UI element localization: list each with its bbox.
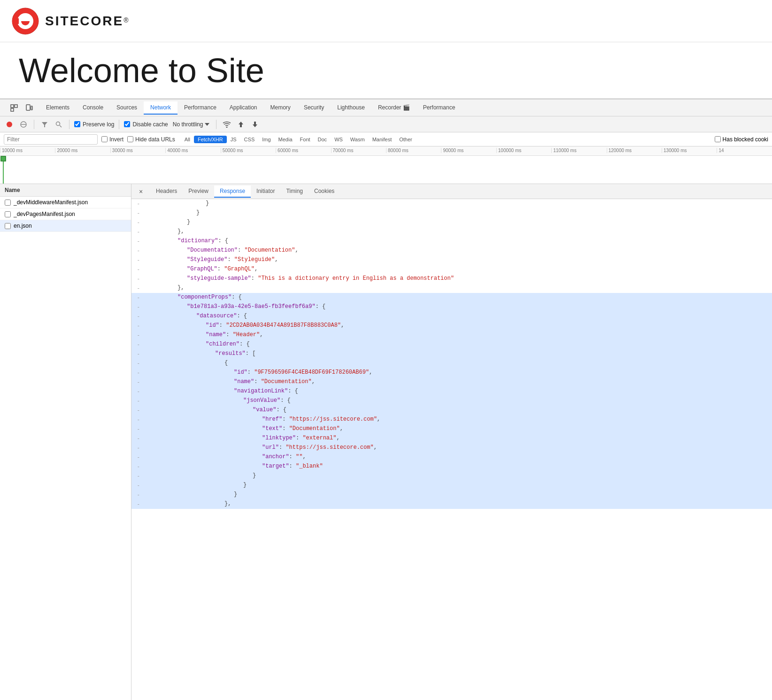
json-line-highlighted: - "target": "_blank"	[131, 462, 772, 471]
filter-btn-other[interactable]: Other	[395, 136, 416, 143]
response-tab-headers[interactable]: Headers	[150, 185, 183, 198]
has-blocked-cookies[interactable]: Has blocked cooki	[715, 136, 768, 143]
tab-console[interactable]: Console	[76, 101, 110, 115]
has-blocked-checkbox[interactable]	[715, 136, 721, 142]
json-line-highlighted: - "name": "Documentation",	[131, 377, 772, 387]
json-line-highlighted: - "jsonValue": {	[131, 396, 772, 406]
tab-network[interactable]: Network	[144, 101, 178, 115]
json-line-highlighted: - "text": "Documentation",	[131, 424, 772, 434]
filter-btn-manifest[interactable]: Manifest	[369, 136, 396, 143]
json-line-highlighted: - "id": "2CD2AB0A034B474A891B87F8B883C0A…	[131, 321, 772, 331]
tick-12: 130000 ms	[662, 148, 717, 153]
toolbar-separator-4	[216, 120, 216, 129]
tab-elements[interactable]: Elements	[39, 101, 76, 115]
json-line: - "Styleguide": "Styleguide",	[131, 255, 772, 265]
toolbar-separator-2	[69, 120, 69, 129]
json-line: - "GraphQL": "GraphQL",	[131, 265, 772, 274]
hide-data-urls-label[interactable]: Hide data URLs	[127, 136, 175, 143]
svg-marker-18	[239, 122, 243, 127]
json-line-highlighted: - "datasource": {	[131, 312, 772, 321]
preserve-log-checkbox[interactable]	[74, 121, 80, 127]
hide-data-urls-checkbox[interactable]	[127, 136, 133, 142]
file-item-en[interactable]: en.json	[0, 220, 131, 232]
sitecore-logo: SITECORE®	[11, 7, 128, 35]
file-name-pages: _devPagesManifest.json	[14, 211, 75, 217]
json-content[interactable]: - } - } - } -	[131, 199, 772, 700]
preserve-log-label[interactable]: Preserve log	[74, 121, 114, 128]
tab-memory[interactable]: Memory	[264, 101, 297, 115]
file-checkbox-en[interactable]	[5, 223, 11, 229]
response-tab-timing[interactable]: Timing	[280, 185, 309, 198]
svg-marker-13	[42, 122, 47, 127]
search-button[interactable]	[53, 119, 64, 130]
filter-btn-css[interactable]: CSS	[240, 136, 259, 143]
tab-sources[interactable]: Sources	[110, 101, 144, 115]
tick-9: 100000 ms	[496, 148, 551, 153]
json-line-highlighted: - "href": "https://jss.sitecore.com",	[131, 415, 772, 424]
filter-btn-all[interactable]: All	[181, 136, 194, 143]
toolbar-separator-3	[119, 120, 119, 129]
network-toolbar: Preserve log Disable cache No throttling	[0, 116, 772, 132]
inspect-element-icon[interactable]	[8, 101, 21, 115]
tab-lighthouse[interactable]: Lighthouse	[331, 101, 371, 115]
filter-btn-font[interactable]: Font	[296, 136, 314, 143]
timeline-ruler: 10000 ms 20000 ms 30000 ms 40000 ms 5000…	[0, 146, 772, 156]
json-line-highlighted: - "anchor": "",	[131, 453, 772, 462]
filter-btn-fetch-xhr[interactable]: Fetch/XHR	[194, 136, 227, 143]
tab-application[interactable]: Application	[223, 101, 264, 115]
json-line: - }	[131, 199, 772, 208]
wifi-icon[interactable]	[221, 119, 232, 130]
tick-6: 70000 ms	[331, 148, 386, 153]
filter-button[interactable]	[39, 119, 50, 130]
record-button[interactable]	[4, 119, 15, 130]
filter-btn-img[interactable]: Img	[258, 136, 274, 143]
svg-line-15	[60, 125, 62, 127]
json-line-highlighted: - },	[131, 500, 772, 509]
disable-cache-checkbox[interactable]	[124, 121, 130, 127]
upload-icon[interactable]	[235, 119, 247, 130]
close-panel-button[interactable]: ×	[135, 186, 147, 197]
tab-security[interactable]: Security	[297, 101, 331, 115]
filter-btn-wasm[interactable]: Wasm	[347, 136, 369, 143]
clear-button[interactable]	[18, 119, 29, 130]
invert-checkbox[interactable]	[101, 136, 108, 142]
response-tab-preview[interactable]: Preview	[183, 185, 214, 198]
svg-point-17	[226, 126, 228, 128]
tab-performance[interactable]: Performance	[178, 101, 223, 115]
filter-btn-js[interactable]: JS	[227, 136, 240, 143]
file-item-middleware[interactable]: _devMiddlewareManifest.json	[0, 197, 131, 208]
response-tab-response[interactable]: Response	[214, 185, 251, 198]
tick-4: 50000 ms	[221, 148, 276, 153]
filter-input[interactable]	[4, 134, 98, 145]
filter-btn-doc[interactable]: Doc	[314, 136, 331, 143]
timeline-marker-line	[3, 162, 4, 184]
json-line: - "dictionary": {	[131, 237, 772, 246]
file-checkbox-pages[interactable]	[5, 211, 11, 217]
tab-performance2[interactable]: Performance	[417, 101, 462, 115]
file-checkbox-middleware[interactable]	[5, 200, 11, 206]
svg-rect-6	[15, 105, 17, 108]
file-list-header: Name	[0, 184, 131, 197]
invert-checkbox-label[interactable]: Invert	[101, 136, 124, 143]
welcome-text: Welcome to Site	[19, 51, 264, 90]
throttle-dropdown[interactable]: No throttling	[171, 120, 212, 129]
disable-cache-label[interactable]: Disable cache	[124, 121, 168, 128]
json-line-highlighted: - "id": "9F7596596F4C4EB48DF69F178260AB6…	[131, 368, 772, 377]
device-toolbar-icon[interactable]	[23, 101, 36, 115]
download-icon[interactable]	[249, 119, 261, 130]
tick-7: 80000 ms	[386, 148, 441, 153]
response-tab-initiator[interactable]: Initiator	[251, 185, 280, 198]
json-line-highlighted: - "linktype": "external",	[131, 434, 772, 443]
tick-13: 14	[717, 148, 772, 153]
json-line-highlighted: - "results": [	[131, 349, 772, 359]
timeline-area[interactable]: 10000 ms 20000 ms 30000 ms 40000 ms 5000…	[0, 146, 772, 184]
filter-btn-ws[interactable]: WS	[331, 136, 347, 143]
filter-btn-media[interactable]: Media	[275, 136, 296, 143]
tick-10: 110000 ms	[551, 148, 606, 153]
tab-recorder[interactable]: Recorder 🎬	[371, 101, 417, 115]
response-tab-bar: × Headers Preview Response Initiator Tim…	[131, 184, 772, 199]
tick-2: 30000 ms	[110, 148, 165, 153]
file-item-pages[interactable]: _devPagesManifest.json	[0, 208, 131, 220]
response-tab-cookies[interactable]: Cookies	[309, 185, 340, 198]
timeline-bar-area[interactable]	[0, 156, 772, 184]
